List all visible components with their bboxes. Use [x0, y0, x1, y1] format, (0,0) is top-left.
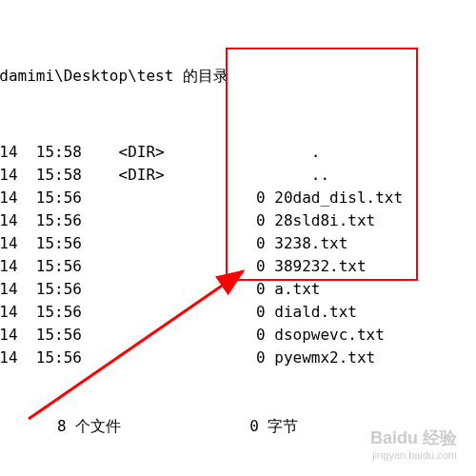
watermark: Baidu 经验 jingyan.baidu.com	[370, 428, 457, 462]
listing-row: 14 15:56 0 a.txt	[0, 278, 476, 301]
watermark-url: jingyan.baidu.com	[370, 449, 457, 462]
listing-row: 14 15:56 0 dsopwevc.txt	[0, 324, 476, 347]
listing-row: 14 15:56 0 diald.txt	[0, 301, 476, 324]
listing-row: 14 15:56 0 pyewmx2.txt	[0, 347, 476, 369]
listing-row: 14 15:56 0 389232.txt	[0, 255, 476, 278]
listing-row: 14 15:56 0 20dad_disl.txt	[0, 187, 476, 209]
listing-row: 14 15:56 0 28sld8i.txt	[0, 209, 476, 232]
directory-path: s\damimi\Desktop\test 的目录	[0, 65, 476, 88]
watermark-brand: Baidu 经验	[370, 428, 457, 449]
file-listing: 14 15:58 <DIR> . 14 15:58 <DIR> .. 14 15…	[0, 141, 476, 369]
listing-row: 14 15:56 0 3238.txt	[0, 232, 476, 255]
listing-row: 14 15:58 <DIR> ..	[0, 164, 476, 187]
terminal-output: s\damimi\Desktop\test 的目录 14 15:58 <DIR>…	[0, 0, 476, 476]
listing-row: 14 15:58 <DIR> .	[0, 141, 476, 164]
